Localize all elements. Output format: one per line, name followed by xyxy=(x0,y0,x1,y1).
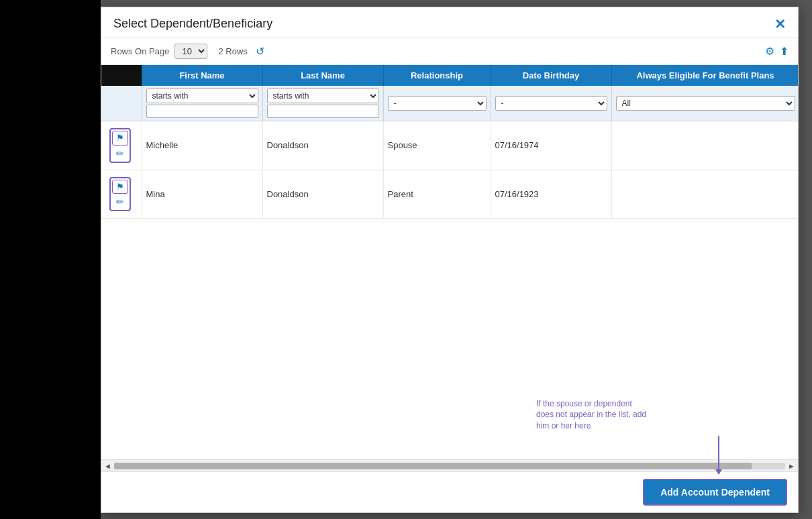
filter-relationship-wrapper: - Spouse Parent Child xyxy=(388,96,487,111)
filter-last-name-select[interactable]: starts with contains equals xyxy=(267,89,379,103)
modal-footer: If the spouse or dependent does not appe… xyxy=(101,471,798,512)
row2-dob: 07/16/1923 xyxy=(491,170,611,219)
th-date-birthday: Date Birthday xyxy=(491,65,611,86)
row1-relationship: Spouse xyxy=(383,121,491,170)
horizontal-scrollbar[interactable]: ◄ ► xyxy=(101,459,798,471)
th-first-name: First Name xyxy=(142,65,262,86)
table-body: ⚑ ✏ Michelle Donaldson Spouse 07/16/1974 xyxy=(101,121,798,219)
filter-first-name-input[interactable] xyxy=(146,105,258,118)
row2-edit-button[interactable]: ✏ xyxy=(112,195,128,209)
row2-action-cell: ⚑ ✏ xyxy=(101,170,142,219)
table-container: First Name Last Name Relationship Date B… xyxy=(101,65,798,459)
rows-per-page-select[interactable]: 10 5 25 50 xyxy=(174,44,207,59)
row1-flag-edit-group: ⚑ ✏ xyxy=(109,128,131,163)
tooltip-arrow xyxy=(718,436,719,471)
arrow-head xyxy=(715,469,722,475)
filter-elig-wrapper: All Yes No xyxy=(616,96,795,111)
filter-action-cell xyxy=(101,86,142,121)
tooltip-right: If the spouse or dependent does not appe… xyxy=(536,398,650,432)
filter-last-name-cell: starts with contains equals xyxy=(262,86,383,121)
add-account-dependent-button[interactable]: Add Account Dependent xyxy=(643,479,787,506)
close-button[interactable]: ✕ xyxy=(774,17,786,31)
th-always-eligible: Always Eligible For Benefit Plans xyxy=(611,65,798,86)
table-filter-row: starts with contains equals starts with … xyxy=(101,86,798,121)
modal-title: Select Dependent/Beneficiary xyxy=(113,17,272,31)
row1-action-cell: ⚑ ✏ xyxy=(101,121,142,170)
modal-header: Select Dependent/Beneficiary ✕ xyxy=(101,7,798,38)
row1-dob: 07/16/1974 xyxy=(491,121,611,170)
row2-actions: ⚑ ✏ xyxy=(105,174,138,215)
filter-dob-select[interactable]: - xyxy=(495,96,607,111)
row1-actions: ⚑ ✏ xyxy=(105,125,138,166)
row1-first-name: Michelle xyxy=(142,121,262,170)
filter-dob-wrapper: - xyxy=(495,96,607,111)
scroll-track[interactable] xyxy=(114,463,785,469)
th-action xyxy=(101,65,142,86)
row2-flag-button[interactable]: ⚑ xyxy=(112,180,128,194)
scroll-thumb xyxy=(114,463,752,469)
row1-edit-button[interactable]: ✏ xyxy=(112,147,128,160)
row2-relationship: Parent xyxy=(383,170,491,219)
row2-first-name: Mina xyxy=(142,170,262,219)
th-relationship: Relationship xyxy=(383,65,491,86)
scroll-left-button[interactable]: ◄ xyxy=(104,462,111,470)
filter-first-name-cell: starts with contains equals xyxy=(142,86,262,121)
filter-dob-cell: - xyxy=(491,86,611,121)
row2-flag-edit-group: ⚑ ✏ xyxy=(109,177,131,212)
row2-elig xyxy=(611,170,798,219)
row1-last-name: Donaldson xyxy=(262,121,383,170)
modal-dialog: Choose the Spouse or Dependent to includ… xyxy=(101,7,799,513)
filter-elig-select[interactable]: All Yes No xyxy=(616,96,795,111)
data-table: First Name Last Name Relationship Date B… xyxy=(101,65,798,219)
table-row: ⚑ ✏ Mina Donaldson Parent 07/16/1923 xyxy=(101,170,798,219)
rows-on-page-label: Rows On Page xyxy=(111,46,169,56)
filter-relationship-select[interactable]: - Spouse Parent Child xyxy=(388,96,487,111)
table-header-row: First Name Last Name Relationship Date B… xyxy=(101,65,798,86)
filter-elig-cell: All Yes No xyxy=(611,86,798,121)
table-row: ⚑ ✏ Michelle Donaldson Spouse 07/16/1974 xyxy=(101,121,798,170)
toolbar: Rows On Page 10 5 25 50 2 Rows ↺ ⚙ ⬆ xyxy=(101,38,798,65)
th-last-name: Last Name xyxy=(262,65,383,86)
filter-first-name-select[interactable]: starts with contains equals xyxy=(146,89,258,103)
row1-flag-button[interactable]: ⚑ xyxy=(112,131,128,146)
settings-button[interactable]: ⚙ xyxy=(765,45,774,58)
filter-relationship-cell: - Spouse Parent Child xyxy=(383,86,491,121)
scroll-right-button[interactable]: ► xyxy=(788,462,795,470)
row1-elig xyxy=(611,121,798,170)
modal-overlay: Choose the Spouse or Dependent to includ… xyxy=(0,0,812,519)
rows-count: 2 Rows xyxy=(218,46,247,56)
filter-last-name-input[interactable] xyxy=(267,105,379,118)
row2-last-name: Donaldson xyxy=(262,170,383,219)
refresh-button[interactable]: ↺ xyxy=(256,45,264,58)
export-button[interactable]: ⬆ xyxy=(780,45,789,58)
